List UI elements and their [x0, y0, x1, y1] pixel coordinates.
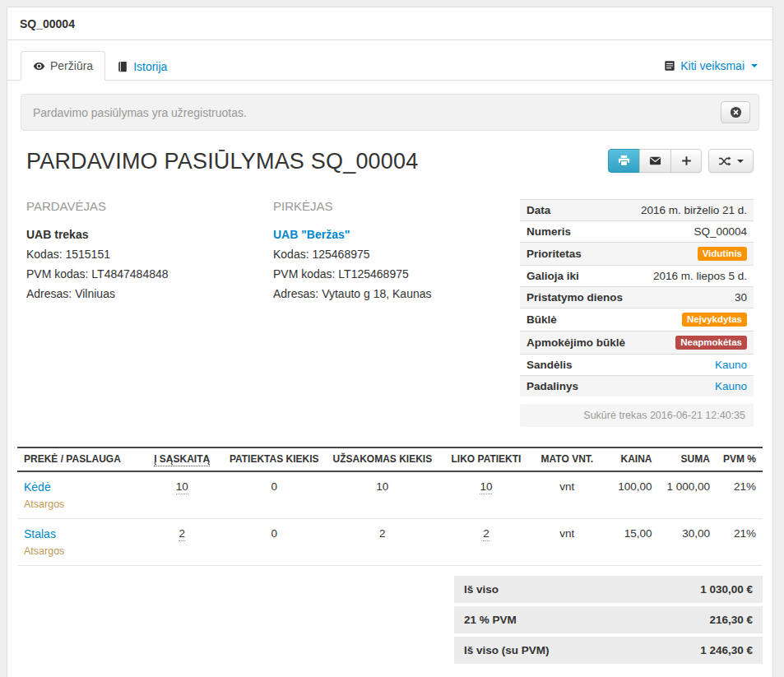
col-delivered: PATIEKTAS KIEKIS	[222, 447, 327, 471]
info-label: Galioja iki	[520, 266, 633, 287]
ordered-value: 10	[327, 471, 439, 519]
total-value: 216,30 €	[709, 614, 753, 626]
delivered-value: 0	[222, 471, 327, 519]
col-product: PREKĖ / PASLAUGA	[17, 447, 141, 471]
tab-bar: Peržiūra Istorija Kiti veiksmai	[7, 40, 772, 81]
toolbar	[608, 149, 754, 173]
info-row-payment-state: Apmokėjimo būklė Neapmokėtas	[520, 332, 754, 355]
price-value: 15,00	[601, 519, 658, 566]
buyer-heading: PIRKĖJAS	[273, 199, 503, 213]
list-icon	[664, 60, 675, 72]
print-button[interactable]	[608, 149, 640, 173]
col-sum: SUMA	[658, 447, 716, 471]
info-row-department: Padalinys Kauno	[520, 376, 754, 397]
seller-vat-code: PVM kodas: LT4847484848	[26, 264, 257, 284]
shuffle-icon	[718, 155, 731, 167]
item-row: Kėdė Atsargos 10 0 10 10 vnt 100,00 1 00…	[17, 471, 763, 519]
seller-code: Kodas: 1515151	[26, 244, 257, 264]
items-table: PREKĖ / PASLAUGA Į SĄSKAITĄ PATIEKTAS KI…	[17, 447, 763, 566]
status-alert-message: Pardavimo pasiūlymas yra užregistruotas.	[33, 106, 247, 119]
unit-value: vnt	[534, 471, 601, 519]
info-section: Data 2016 m. birželio 21 d. Numeris SQ_0…	[520, 199, 754, 427]
info-label: Data	[520, 200, 633, 221]
buyer-section: PIRKĖJAS UAB "Beržas" Kodas: 125468975 P…	[273, 199, 520, 427]
seller-address: Adresas: Vilniuas	[26, 284, 257, 304]
tab-history[interactable]: Istorija	[105, 53, 179, 81]
total-label: Iš viso (su PVM)	[464, 644, 550, 656]
info-row-priority: Prioritetas Vidutinis	[520, 243, 754, 266]
info-label: Padalinys	[520, 376, 633, 397]
info-label: Pristatymo dienos	[520, 287, 633, 308]
payment-state-badge: Neapmokėtas	[675, 336, 747, 350]
printer-icon	[618, 155, 630, 167]
buyer-code: Kodas: 125468975	[273, 244, 503, 264]
info-label: Prioritetas	[520, 243, 633, 266]
priority-badge: Vidutinis	[698, 247, 747, 261]
envelope-icon	[649, 155, 661, 167]
unit-value: vnt	[534, 519, 601, 566]
totals-section: Iš viso 1 030,00 € 21 % PVM 216,30 € Iš …	[454, 576, 763, 677]
other-actions-dropdown[interactable]: Kiti veiksmai	[662, 52, 759, 80]
info-row-number: Numeris SQ_00004	[520, 221, 754, 243]
add-button[interactable]	[670, 149, 702, 173]
delivered-value: 0	[222, 519, 327, 566]
total-row-grand: Iš viso (su PVM) 1 246,30 €	[454, 637, 763, 664]
seller-section: PARDAVĖJAS UAB trekas Kodas: 1515151 PVM…	[26, 199, 273, 427]
created-note: Sukūrė trekas 2016-06-21 12:40:35	[520, 404, 754, 427]
main-panel: SQ_00004 Peržiūra Istorija Kiti veiksmai…	[7, 7, 773, 677]
col-ordered: UŽSAKOMAS KIEKIS	[327, 447, 439, 471]
alert-close-button[interactable]	[721, 101, 750, 123]
sum-value: 1 000,00	[658, 471, 716, 519]
seller-name: UAB trekas	[26, 225, 257, 244]
workflow-dropdown-button[interactable]	[708, 149, 754, 173]
info-row-valid-until: Galioja iki 2016 m. liepos 5 d.	[520, 266, 754, 287]
info-label: Numeris	[520, 221, 633, 243]
buyer-vat-code: PVM kodas: LT125468975	[273, 264, 503, 284]
tab-preview[interactable]: Peržiūra	[21, 51, 105, 81]
tab-history-label: Istorija	[133, 60, 167, 73]
total-value: 1 246,30 €	[700, 644, 753, 656]
col-to-deliver: LIKO PATIEKTI	[438, 447, 534, 471]
ordered-value: 2	[327, 519, 439, 566]
product-category: Atsargos	[24, 545, 135, 560]
product-category: Atsargos	[24, 498, 135, 513]
eye-icon	[33, 60, 45, 72]
buyer-name-link[interactable]: UAB "Beržas"	[273, 225, 503, 244]
state-badge: Neįvykdytas	[682, 313, 747, 327]
page-title: PARDAVIMO PASIŪLYMAS SQ_00004	[26, 149, 418, 174]
tab-preview-label: Peržiūra	[50, 59, 93, 72]
total-row-subtotal: Iš viso 1 030,00 €	[454, 576, 763, 603]
warehouse-link[interactable]: Kauno	[715, 359, 747, 371]
info-label: Būklė	[520, 308, 633, 332]
col-vat: PVM %	[717, 447, 763, 471]
product-link[interactable]: Stalas	[24, 527, 56, 540]
email-button[interactable]	[639, 149, 671, 173]
plus-icon	[681, 155, 692, 166]
to-invoice-value: 10	[176, 480, 188, 494]
info-row-date: Data 2016 m. birželio 21 d.	[520, 200, 754, 221]
total-value: 1 030,00 €	[700, 583, 753, 596]
window-title: SQ_00004	[7, 7, 772, 40]
info-table: Data 2016 m. birželio 21 d. Numeris SQ_0…	[520, 199, 754, 396]
info-label: Apmokėjimo būklė	[520, 332, 633, 355]
vat-value: 21%	[717, 519, 763, 566]
status-alert: Pardavimo pasiūlymas yra užregistruotas.	[21, 94, 759, 131]
close-circle-icon	[730, 106, 742, 118]
total-row-vat: 21 % PVM 216,30 €	[454, 606, 763, 633]
items-header-row: PREKĖ / PASLAUGA Į SĄSKAITĄ PATIEKTAS KI…	[17, 447, 763, 471]
to-deliver-value: 2	[483, 527, 489, 541]
col-price: KAINA	[601, 447, 658, 471]
buyer-address: Adresas: Vytauto g 18, Kaunas	[273, 284, 503, 304]
department-link[interactable]: Kauno	[715, 380, 747, 392]
info-value: 2016 m. birželio 21 d.	[633, 200, 754, 221]
total-label: 21 % PVM	[464, 614, 517, 626]
product-link[interactable]: Kėdė	[24, 480, 51, 494]
info-row-state: Būklė Neįvykdytas	[520, 308, 754, 332]
total-row-advance: Avansas 373,89 €	[454, 667, 763, 677]
sum-value: 30,00	[658, 519, 716, 566]
vat-value: 21%	[717, 471, 763, 519]
info-value: SQ_00004	[633, 221, 754, 243]
book-icon	[117, 61, 128, 72]
info-value: 30	[633, 287, 754, 308]
col-unit: MATO VNT.	[534, 447, 601, 471]
